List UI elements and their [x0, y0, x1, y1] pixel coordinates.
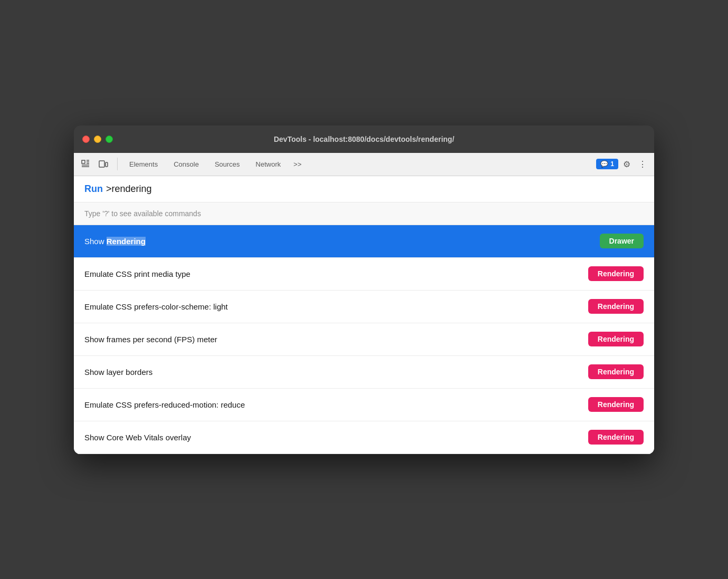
- tab-separator: [117, 158, 118, 170]
- svg-rect-7: [106, 162, 108, 167]
- command-label-show-core-web-vitals: Show Core Web Vitals overlay: [84, 433, 588, 442]
- command-item-emulate-css-prefers-color[interactable]: Emulate CSS prefers-color-scheme: light …: [74, 291, 654, 323]
- rendering-badge-6[interactable]: Rendering: [588, 430, 644, 445]
- command-bar: Run >rendering: [74, 176, 654, 202]
- command-item-show-core-web-vitals[interactable]: Show Core Web Vitals overlay Rendering: [74, 421, 654, 454]
- command-item-emulate-css-print[interactable]: Emulate CSS print media type Rendering: [74, 258, 654, 291]
- rendering-badge-2[interactable]: Rendering: [588, 299, 644, 314]
- more-tabs-button[interactable]: >>: [289, 158, 305, 170]
- devtools-window: DevTools - localhost:8080/docs/devtools/…: [74, 126, 654, 454]
- notification-badge[interactable]: 💬 1: [596, 159, 618, 169]
- svg-rect-0: [82, 160, 85, 163]
- command-item-show-layer-borders[interactable]: Show layer borders Rendering: [74, 356, 654, 389]
- minimize-button[interactable]: [94, 136, 101, 143]
- command-label-show-layer-borders: Show layer borders: [84, 368, 588, 377]
- close-button[interactable]: [82, 136, 90, 143]
- label-highlight: Rendering: [107, 237, 146, 246]
- tab-sources[interactable]: Sources: [207, 157, 247, 171]
- tab-network[interactable]: Network: [248, 157, 289, 171]
- notification-count: 1: [610, 160, 614, 168]
- label-prefix: Show: [84, 237, 107, 246]
- notification-icon: 💬: [600, 160, 608, 168]
- title-bar: DevTools - localhost:8080/docs/devtools/…: [74, 126, 654, 153]
- command-label-emulate-css-prefers-reduced-motion: Emulate CSS prefers-reduced-motion: redu…: [84, 400, 588, 409]
- command-list: Show Rendering Drawer Emulate CSS print …: [74, 225, 654, 454]
- command-label-emulate-css-print: Emulate CSS print media type: [84, 269, 588, 278]
- tab-bar: Elements Console Sources Network >> 💬 1 …: [74, 153, 654, 176]
- command-item-emulate-css-prefers-reduced-motion[interactable]: Emulate CSS prefers-reduced-motion: redu…: [74, 389, 654, 421]
- inspect-icon[interactable]: [78, 157, 93, 171]
- content-area: Run >rendering Type '?' to see available…: [74, 176, 654, 454]
- rendering-badge-3[interactable]: Rendering: [588, 332, 644, 346]
- rendering-badge-4[interactable]: Rendering: [588, 364, 644, 379]
- device-toolbar-icon[interactable]: [96, 157, 111, 171]
- window-title: DevTools - localhost:8080/docs/devtools/…: [274, 135, 454, 143]
- svg-rect-6: [99, 161, 104, 167]
- maximize-button[interactable]: [106, 136, 113, 143]
- rendering-badge-1[interactable]: Rendering: [588, 266, 644, 281]
- tab-elements[interactable]: Elements: [122, 157, 165, 171]
- command-label-emulate-css-prefers-color: Emulate CSS prefers-color-scheme: light: [84, 302, 588, 311]
- command-item-show-rendering[interactable]: Show Rendering Drawer: [74, 225, 654, 258]
- command-label-show-rendering: Show Rendering: [84, 237, 600, 246]
- command-item-show-fps-meter[interactable]: Show frames per second (FPS) meter Rende…: [74, 323, 654, 356]
- more-options-icon[interactable]: ⋮: [635, 157, 650, 171]
- rendering-badge-5[interactable]: Rendering: [588, 397, 644, 412]
- search-placeholder-text: Type '?' to see available commands: [84, 209, 201, 218]
- tab-console[interactable]: Console: [166, 157, 206, 171]
- command-input-text[interactable]: >rendering: [106, 184, 152, 195]
- command-label-show-fps-meter: Show frames per second (FPS) meter: [84, 335, 588, 344]
- traffic-lights: [82, 136, 113, 143]
- settings-icon[interactable]: ⚙: [619, 157, 634, 171]
- drawer-badge[interactable]: Drawer: [600, 234, 644, 248]
- run-label: Run: [84, 184, 103, 195]
- search-area: Type '?' to see available commands: [74, 202, 654, 225]
